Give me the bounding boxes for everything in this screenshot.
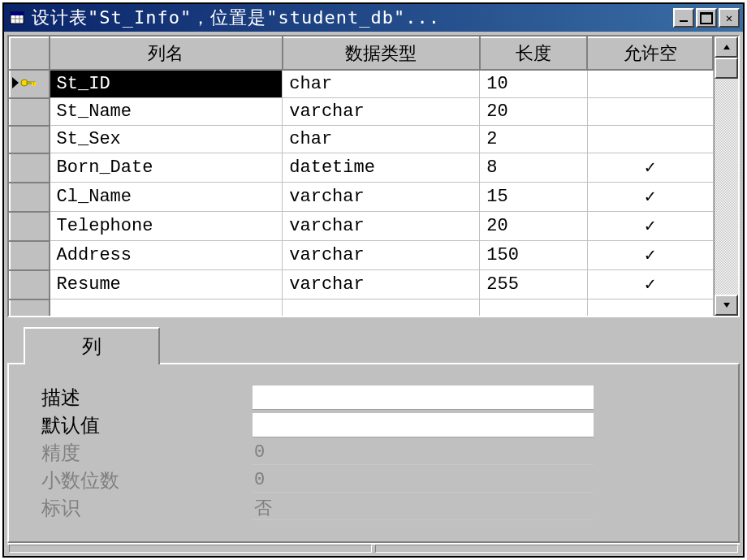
- cell-column-name[interactable]: [50, 299, 283, 317]
- cell-length[interactable]: 20: [480, 212, 588, 241]
- prop-label-precision: 精度: [41, 440, 253, 466]
- svg-rect-7: [27, 82, 35, 84]
- row-header[interactable]: [10, 212, 50, 241]
- table-designer-window: 设计表"St_Info"，位置是"student_db"... 列名 数据类型 …: [2, 2, 745, 558]
- cell-length[interactable]: 150: [480, 241, 588, 270]
- cell-column-name[interactable]: Telephone: [50, 212, 283, 241]
- statusbar: [7, 543, 740, 553]
- table-row[interactable]: Cl_Namevarchar15✓: [10, 183, 713, 212]
- row-header[interactable]: [10, 126, 50, 153]
- cell-data-type[interactable]: varchar: [283, 270, 480, 299]
- cell-data-type[interactable]: varchar: [283, 241, 480, 270]
- cell-data-type[interactable]: [283, 299, 480, 317]
- prop-label-scale: 小数位数: [41, 467, 253, 493]
- col-header-type[interactable]: 数据类型: [283, 37, 480, 70]
- status-cell: [375, 545, 738, 553]
- col-header-allownull[interactable]: 允许空: [587, 37, 713, 70]
- cell-length[interactable]: 8: [480, 153, 588, 183]
- row-header[interactable]: [10, 98, 50, 126]
- checkmark-icon: ✓: [645, 246, 655, 266]
- cell-column-name[interactable]: St_ID: [50, 70, 283, 98]
- row-header[interactable]: [10, 299, 50, 317]
- cell-column-name[interactable]: St_Sex: [50, 126, 283, 153]
- svg-rect-8: [32, 82, 33, 86]
- cell-column-name[interactable]: St_Name: [50, 98, 283, 126]
- cell-length[interactable]: 15: [480, 183, 588, 212]
- row-header[interactable]: [10, 153, 50, 183]
- cell-allow-null[interactable]: [587, 299, 713, 317]
- svg-rect-9: [34, 82, 36, 86]
- column-properties-panel: 描述 默认值 精度 0 小数位数 0 标识 否: [7, 363, 740, 543]
- cell-length[interactable]: [480, 299, 588, 317]
- checkmark-icon: ✓: [645, 275, 655, 295]
- row-header[interactable]: [10, 241, 50, 270]
- svg-rect-1: [11, 12, 24, 15]
- titlebar[interactable]: 设计表"St_Info"，位置是"student_db"...: [4, 4, 743, 32]
- prop-field-scale: 0: [253, 468, 594, 493]
- svg-marker-5: [12, 77, 19, 88]
- table-row[interactable]: Addressvarchar150✓: [10, 241, 713, 270]
- scroll-track[interactable]: [715, 58, 738, 295]
- scroll-down-button[interactable]: [715, 295, 738, 316]
- table-row[interactable]: St_Sexchar2: [10, 126, 713, 153]
- minimize-button[interactable]: [673, 8, 694, 28]
- cell-allow-null[interactable]: ✓: [587, 270, 713, 299]
- prop-label-identity: 标识: [41, 495, 253, 521]
- row-header[interactable]: [10, 70, 50, 98]
- maximize-button[interactable]: [696, 8, 717, 28]
- columns-grid-area: 列名 数据类型 长度 允许空 St_IDchar10St_Namevarchar…: [7, 35, 740, 317]
- cell-length[interactable]: 2: [480, 126, 588, 153]
- cell-column-name[interactable]: Born_Date: [50, 153, 283, 183]
- table-row[interactable]: Telephonevarchar20✓: [10, 212, 713, 241]
- prop-field-precision: 0: [253, 441, 594, 465]
- col-header-name[interactable]: 列名: [50, 37, 283, 70]
- checkmark-icon: ✓: [645, 187, 655, 208]
- svg-marker-11: [723, 303, 730, 308]
- splitter[interactable]: [7, 317, 740, 325]
- close-button[interactable]: [719, 8, 740, 28]
- scroll-up-button[interactable]: [715, 37, 738, 58]
- cell-data-type[interactable]: varchar: [283, 212, 480, 241]
- cell-allow-null[interactable]: [587, 98, 713, 126]
- row-header[interactable]: [10, 270, 50, 299]
- cell-length[interactable]: 20: [480, 98, 588, 126]
- prop-label-description: 描述: [41, 385, 253, 411]
- table-row[interactable]: Resumevarchar255✓: [10, 270, 713, 299]
- cell-data-type[interactable]: char: [283, 70, 480, 98]
- checkmark-icon: ✓: [645, 158, 655, 179]
- cell-data-type[interactable]: datetime: [283, 153, 480, 183]
- svg-marker-10: [723, 45, 730, 50]
- cell-length[interactable]: 10: [480, 70, 588, 98]
- cell-allow-null[interactable]: ✓: [587, 183, 713, 212]
- columns-grid[interactable]: 列名 数据类型 长度 允许空 St_IDchar10St_Namevarchar…: [9, 37, 714, 316]
- cell-allow-null[interactable]: ✓: [587, 153, 713, 183]
- rowheader-corner[interactable]: [10, 37, 50, 70]
- cell-allow-null[interactable]: [587, 70, 713, 98]
- cell-column-name[interactable]: Resume: [50, 270, 283, 299]
- cell-length[interactable]: 255: [480, 270, 588, 299]
- prop-field-identity: 否: [253, 496, 594, 520]
- client-area: 列名 数据类型 长度 允许空 St_IDchar10St_Namevarchar…: [4, 32, 743, 556]
- cell-allow-null[interactable]: ✓: [587, 241, 713, 270]
- prop-field-description[interactable]: [253, 386, 594, 410]
- scroll-thumb[interactable]: [715, 58, 738, 79]
- cell-allow-null[interactable]: ✓: [587, 212, 713, 241]
- vertical-scrollbar[interactable]: [714, 37, 738, 316]
- table-row[interactable]: St_Namevarchar20: [10, 98, 713, 126]
- cell-data-type[interactable]: char: [283, 126, 480, 153]
- cell-column-name[interactable]: Address: [50, 241, 283, 270]
- table-row[interactable]: St_IDchar10: [10, 70, 713, 98]
- cell-data-type[interactable]: varchar: [283, 98, 480, 126]
- status-cell: [9, 545, 372, 553]
- prop-label-default: 默认值: [41, 412, 253, 438]
- cell-data-type[interactable]: varchar: [283, 183, 480, 212]
- prop-field-default[interactable]: [253, 413, 594, 437]
- cell-column-name[interactable]: Cl_Name: [50, 183, 283, 212]
- table-row-empty[interactable]: [10, 299, 713, 317]
- row-header[interactable]: [10, 183, 50, 212]
- checkmark-icon: ✓: [645, 217, 655, 237]
- table-row[interactable]: Born_Datedatetime8✓: [10, 153, 713, 183]
- cell-allow-null[interactable]: [587, 126, 713, 153]
- tab-columns[interactable]: 列: [24, 327, 160, 364]
- col-header-length[interactable]: 长度: [480, 37, 588, 70]
